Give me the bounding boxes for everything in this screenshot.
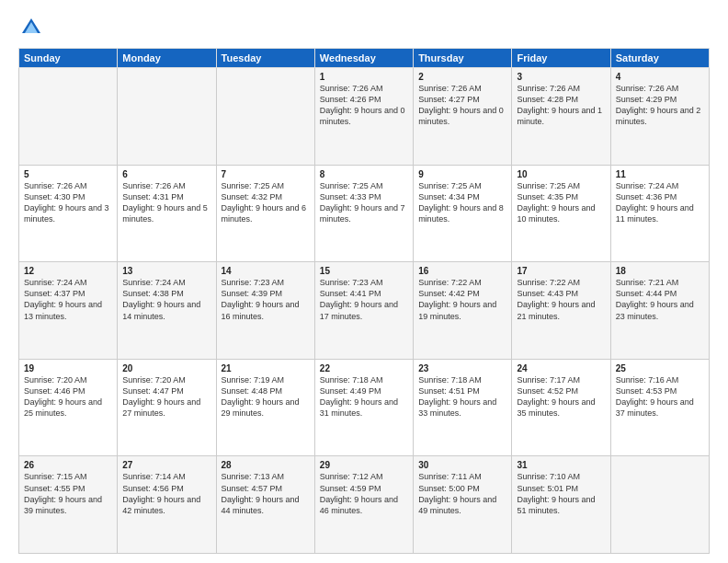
- day-info: Sunrise: 7:21 AMSunset: 4:44 PMDaylight:…: [616, 277, 704, 322]
- calendar-table: SundayMondayTuesdayWednesdayThursdayFrid…: [18, 48, 710, 554]
- logo-icon: [18, 15, 44, 40]
- day-number: 6: [122, 169, 210, 179]
- day-info: Sunrise: 7:24 AMSunset: 4:38 PMDaylight:…: [122, 277, 210, 322]
- weekday-header-tuesday: Tuesday: [216, 49, 314, 68]
- week-row-5: 26 Sunrise: 7:15 AMSunset: 4:55 PMDaylig…: [19, 456, 710, 554]
- day-cell: 6 Sunrise: 7:26 AMSunset: 4:31 PMDayligh…: [118, 165, 216, 262]
- day-info: Sunrise: 7:25 AMSunset: 4:33 PMDaylight:…: [320, 180, 408, 225]
- day-cell: 26 Sunrise: 7:15 AMSunset: 4:55 PMDaylig…: [19, 456, 118, 554]
- day-info: Sunrise: 7:12 AMSunset: 4:59 PMDaylight:…: [320, 471, 408, 516]
- page: SundayMondayTuesdayWednesdayThursdayFrid…: [0, 0, 728, 563]
- day-number: 1: [320, 72, 408, 82]
- day-number: 31: [517, 460, 605, 470]
- day-cell: 9 Sunrise: 7:25 AMSunset: 4:34 PMDayligh…: [414, 165, 512, 262]
- day-cell: 24 Sunrise: 7:17 AMSunset: 4:52 PMDaylig…: [512, 359, 610, 456]
- day-number: 7: [222, 169, 310, 179]
- day-cell: 15 Sunrise: 7:23 AMSunset: 4:41 PMDaylig…: [314, 262, 413, 360]
- day-number: 14: [222, 266, 310, 276]
- day-info: Sunrise: 7:13 AMSunset: 4:57 PMDaylight:…: [222, 471, 310, 516]
- day-info: Sunrise: 7:26 AMSunset: 4:31 PMDaylight:…: [122, 180, 210, 225]
- day-number: 5: [24, 169, 112, 179]
- day-cell: [19, 68, 118, 166]
- day-info: Sunrise: 7:25 AMSunset: 4:35 PMDaylight:…: [517, 180, 605, 225]
- day-cell: 23 Sunrise: 7:18 AMSunset: 4:51 PMDaylig…: [414, 359, 512, 456]
- day-info: Sunrise: 7:18 AMSunset: 4:49 PMDaylight:…: [320, 374, 408, 419]
- day-number: 17: [517, 266, 605, 276]
- day-cell: 17 Sunrise: 7:22 AMSunset: 4:43 PMDaylig…: [512, 262, 610, 360]
- day-info: Sunrise: 7:18 AMSunset: 4:51 PMDaylight:…: [418, 374, 506, 419]
- day-info: Sunrise: 7:15 AMSunset: 4:55 PMDaylight:…: [24, 471, 112, 516]
- day-cell: 19 Sunrise: 7:20 AMSunset: 4:46 PMDaylig…: [19, 359, 118, 456]
- day-cell: 1 Sunrise: 7:26 AMSunset: 4:26 PMDayligh…: [314, 68, 413, 166]
- day-cell: 13 Sunrise: 7:24 AMSunset: 4:38 PMDaylig…: [118, 262, 216, 360]
- day-number: 4: [616, 72, 704, 82]
- day-cell: 25 Sunrise: 7:16 AMSunset: 4:53 PMDaylig…: [610, 359, 709, 456]
- day-info: Sunrise: 7:26 AMSunset: 4:26 PMDaylight:…: [320, 83, 408, 128]
- day-cell: 20 Sunrise: 7:20 AMSunset: 4:47 PMDaylig…: [118, 359, 216, 456]
- day-number: 24: [517, 363, 605, 373]
- day-number: 21: [222, 363, 310, 373]
- day-info: Sunrise: 7:19 AMSunset: 4:48 PMDaylight:…: [222, 374, 310, 419]
- day-number: 20: [122, 363, 210, 373]
- week-row-3: 12 Sunrise: 7:24 AMSunset: 4:37 PMDaylig…: [19, 262, 710, 360]
- day-info: Sunrise: 7:24 AMSunset: 4:36 PMDaylight:…: [616, 180, 704, 225]
- day-info: Sunrise: 7:16 AMSunset: 4:53 PMDaylight:…: [616, 374, 704, 419]
- day-info: Sunrise: 7:22 AMSunset: 4:43 PMDaylight:…: [517, 277, 605, 322]
- header: [18, 15, 710, 40]
- day-info: Sunrise: 7:20 AMSunset: 4:47 PMDaylight:…: [122, 374, 210, 419]
- day-info: Sunrise: 7:14 AMSunset: 4:56 PMDaylight:…: [122, 471, 210, 516]
- day-cell: 4 Sunrise: 7:26 AMSunset: 4:29 PMDayligh…: [610, 68, 709, 166]
- day-number: 18: [616, 266, 704, 276]
- day-number: 19: [24, 363, 112, 373]
- weekday-header-friday: Friday: [512, 49, 610, 68]
- day-info: Sunrise: 7:24 AMSunset: 4:37 PMDaylight:…: [24, 277, 112, 322]
- day-number: 28: [222, 460, 310, 470]
- day-cell: 29 Sunrise: 7:12 AMSunset: 4:59 PMDaylig…: [314, 456, 413, 554]
- day-number: 9: [418, 169, 506, 179]
- day-info: Sunrise: 7:20 AMSunset: 4:46 PMDaylight:…: [24, 374, 112, 419]
- day-cell: 5 Sunrise: 7:26 AMSunset: 4:30 PMDayligh…: [19, 165, 118, 262]
- day-number: 16: [418, 266, 506, 276]
- day-number: 22: [320, 363, 408, 373]
- day-number: 15: [320, 266, 408, 276]
- day-number: 2: [418, 72, 506, 82]
- weekday-header-saturday: Saturday: [610, 49, 709, 68]
- day-number: 29: [320, 460, 408, 470]
- day-cell: 31 Sunrise: 7:10 AMSunset: 5:01 PMDaylig…: [512, 456, 610, 554]
- day-number: 23: [418, 363, 506, 373]
- day-info: Sunrise: 7:25 AMSunset: 4:34 PMDaylight:…: [418, 180, 506, 225]
- day-number: 30: [418, 460, 506, 470]
- day-cell: 14 Sunrise: 7:23 AMSunset: 4:39 PMDaylig…: [216, 262, 314, 360]
- week-row-1: 1 Sunrise: 7:26 AMSunset: 4:26 PMDayligh…: [19, 68, 710, 166]
- day-number: 13: [122, 266, 210, 276]
- day-cell: 8 Sunrise: 7:25 AMSunset: 4:33 PMDayligh…: [314, 165, 413, 262]
- weekday-header-row: SundayMondayTuesdayWednesdayThursdayFrid…: [19, 49, 710, 68]
- logo: [18, 15, 48, 40]
- day-cell: 27 Sunrise: 7:14 AMSunset: 4:56 PMDaylig…: [118, 456, 216, 554]
- day-cell: 2 Sunrise: 7:26 AMSunset: 4:27 PMDayligh…: [414, 68, 512, 166]
- weekday-header-wednesday: Wednesday: [314, 49, 413, 68]
- day-info: Sunrise: 7:26 AMSunset: 4:28 PMDaylight:…: [517, 83, 605, 128]
- day-cell: [216, 68, 314, 166]
- day-number: 8: [320, 169, 408, 179]
- day-cell: 12 Sunrise: 7:24 AMSunset: 4:37 PMDaylig…: [19, 262, 118, 360]
- day-cell: 21 Sunrise: 7:19 AMSunset: 4:48 PMDaylig…: [216, 359, 314, 456]
- weekday-header-thursday: Thursday: [414, 49, 512, 68]
- day-number: 3: [517, 72, 605, 82]
- day-info: Sunrise: 7:10 AMSunset: 5:01 PMDaylight:…: [517, 471, 605, 516]
- day-info: Sunrise: 7:23 AMSunset: 4:41 PMDaylight:…: [320, 277, 408, 322]
- day-info: Sunrise: 7:25 AMSunset: 4:32 PMDaylight:…: [222, 180, 310, 225]
- day-info: Sunrise: 7:11 AMSunset: 5:00 PMDaylight:…: [418, 471, 506, 516]
- day-info: Sunrise: 7:17 AMSunset: 4:52 PMDaylight:…: [517, 374, 605, 419]
- weekday-header-monday: Monday: [118, 49, 216, 68]
- day-cell: 10 Sunrise: 7:25 AMSunset: 4:35 PMDaylig…: [512, 165, 610, 262]
- day-cell: 3 Sunrise: 7:26 AMSunset: 4:28 PMDayligh…: [512, 68, 610, 166]
- day-number: 11: [616, 169, 704, 179]
- day-cell: 28 Sunrise: 7:13 AMSunset: 4:57 PMDaylig…: [216, 456, 314, 554]
- day-cell: 7 Sunrise: 7:25 AMSunset: 4:32 PMDayligh…: [216, 165, 314, 262]
- day-info: Sunrise: 7:26 AMSunset: 4:27 PMDaylight:…: [418, 83, 506, 128]
- day-cell: 16 Sunrise: 7:22 AMSunset: 4:42 PMDaylig…: [414, 262, 512, 360]
- day-info: Sunrise: 7:23 AMSunset: 4:39 PMDaylight:…: [222, 277, 310, 322]
- day-info: Sunrise: 7:26 AMSunset: 4:29 PMDaylight:…: [616, 83, 704, 128]
- day-cell: [118, 68, 216, 166]
